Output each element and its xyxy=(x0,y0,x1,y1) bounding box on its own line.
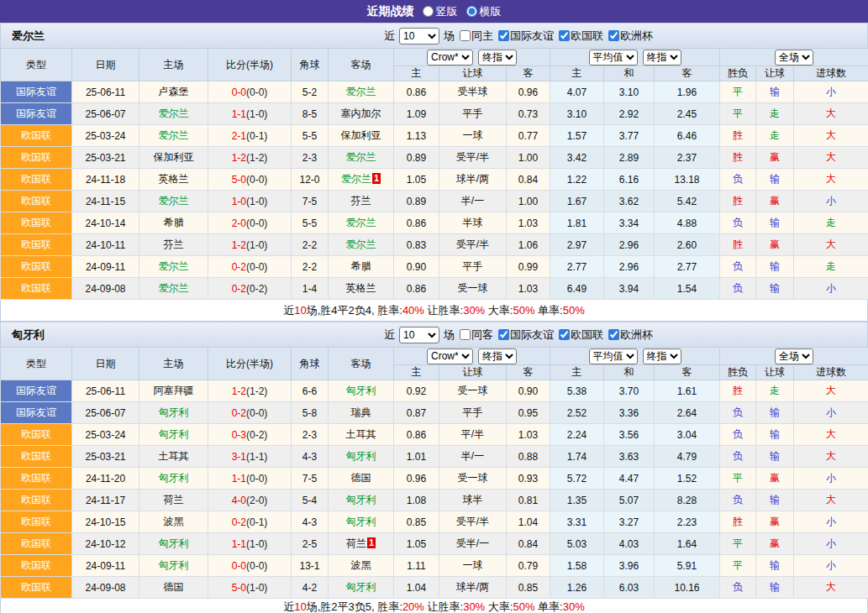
avg-home-odds: 1.22 xyxy=(550,169,604,191)
away-team: 德国 xyxy=(329,468,394,490)
match-score: 1-1(0-0) xyxy=(208,468,292,490)
fulltime-score: 0-3 xyxy=(232,429,246,441)
avg-home-odds: 4.07 xyxy=(550,81,604,103)
match-row: 欧国联 25-03-21 土耳其 3-1(1-1) 4-3 匈牙利 1.01 半… xyxy=(1,446,868,468)
match-date: 25-06-11 xyxy=(72,81,139,103)
bookmaker-select[interactable]: Crow* xyxy=(427,50,473,65)
corner-count: 5-5 xyxy=(292,212,329,234)
odds-stage-select[interactable]: 终指 xyxy=(478,50,517,65)
handicap-line: 球半 xyxy=(439,490,507,511)
match-row: 欧国联 24-09-08 德国 5-0(1-0) 4-2 匈牙利 1.04 球半… xyxy=(1,577,868,599)
euro-checkbox[interactable] xyxy=(608,329,619,340)
match-date: 24-09-08 xyxy=(72,577,139,599)
avg-draw-odds: 5.07 xyxy=(604,490,655,511)
match-date: 24-11-17 xyxy=(72,490,139,511)
nations-league-option[interactable]: 欧国联 xyxy=(559,327,603,343)
away-team-name: 希腊 xyxy=(351,260,371,272)
halftime-score: (0-0) xyxy=(246,86,267,98)
same-venue-checkbox[interactable] xyxy=(460,30,471,41)
halftime-score: (1-2) xyxy=(246,385,267,397)
handicap-home-odds: 1.05 xyxy=(394,533,439,555)
result-handicap: 输 xyxy=(756,555,794,577)
home-team: 波黑 xyxy=(139,511,208,533)
euro-checkbox[interactable] xyxy=(608,30,619,41)
friendly-checkbox[interactable] xyxy=(498,329,509,340)
same-venue-option[interactable]: 同主 xyxy=(460,29,493,44)
result-goals: 小 xyxy=(794,511,868,533)
match-type-badge: 欧国联 xyxy=(1,490,72,511)
avg-home-odds: 1.81 xyxy=(550,212,604,234)
nations-league-checkbox[interactable] xyxy=(559,329,570,340)
match-date: 25-03-21 xyxy=(72,446,139,468)
avg-stage-select[interactable]: 终指 xyxy=(643,50,681,65)
match-row: 欧国联 24-09-11 匈牙利 0-0(0-0) 13-1 波黑 1.11 一… xyxy=(1,555,868,577)
friendly-option[interactable]: 国际友谊 xyxy=(498,327,554,343)
nations-league-checkbox[interactable] xyxy=(559,30,570,41)
match-row: 欧国联 24-11-18 英格兰 5-0(0-0) 12-0 爱尔兰1 1.05… xyxy=(1,169,868,191)
avg-away-odds: 1.64 xyxy=(655,533,720,555)
team-name: 爱尔兰 xyxy=(12,29,45,44)
filter-strip: 爱尔兰 近 10 场 同主 国际友谊 欧国联 欧洲杯 xyxy=(0,23,868,48)
fulltime-select[interactable]: 全场 xyxy=(775,348,813,364)
corner-count: 5-4 xyxy=(292,490,329,511)
vertical-layout-option[interactable]: 竖版 xyxy=(423,4,458,19)
away-team: 匈牙利 xyxy=(329,446,394,468)
match-row: 欧国联 24-09-11 爱尔兰 0-2(0-0) 2-2 希腊 0.90 平手… xyxy=(1,256,868,278)
same-venue-checkbox[interactable] xyxy=(460,329,471,340)
match-score: 1-0(1-0) xyxy=(208,191,292,212)
result-winlose: 胜 xyxy=(720,191,756,212)
team-section-ireland: 爱尔兰 近 10 场 同主 国际友谊 欧国联 欧洲杯 类型 日期 xyxy=(0,23,868,322)
fulltime-select[interactable]: 全场 xyxy=(775,50,813,65)
horizontal-layout-radio[interactable] xyxy=(466,6,477,17)
match-score: 0-0(0-0) xyxy=(208,555,292,577)
friendly-checkbox[interactable] xyxy=(498,30,509,41)
horizontal-layout-label: 横版 xyxy=(480,4,502,19)
avg-home-odds: 2.97 xyxy=(550,234,604,256)
away-team: 荷兰1 xyxy=(329,533,394,555)
result-handicap: 输 xyxy=(756,212,794,234)
away-team-name: 匈牙利 xyxy=(346,516,376,527)
result-winlose: 平 xyxy=(720,533,756,555)
vertical-layout-radio[interactable] xyxy=(423,6,434,17)
bookmaker-select[interactable]: Crow* xyxy=(427,348,473,364)
euro-option[interactable]: 欧洲杯 xyxy=(608,327,653,343)
summary-text: 大率: xyxy=(485,304,513,317)
col-handicap-line: 让球 xyxy=(439,365,507,380)
friendly-option[interactable]: 国际友谊 xyxy=(498,29,554,44)
away-team-name: 塞内加尔 xyxy=(341,107,381,119)
average-select[interactable]: 平均值 xyxy=(589,348,638,364)
corner-count: 2-2 xyxy=(292,256,329,278)
away-team-name: 爱尔兰 xyxy=(346,86,376,97)
away-team: 塞内加尔 xyxy=(329,103,394,125)
average-group-header: 平均值终指 xyxy=(550,348,720,365)
euro-option[interactable]: 欧洲杯 xyxy=(608,29,653,44)
handicap-home-odds: 0.85 xyxy=(394,511,439,533)
result-handicap: 走 xyxy=(756,103,794,125)
horizontal-layout-option[interactable]: 横版 xyxy=(466,4,502,19)
result-handicap: 输 xyxy=(756,424,794,446)
same-venue-option[interactable]: 同客 xyxy=(460,327,493,343)
average-select[interactable]: 平均值 xyxy=(589,50,638,65)
match-row: 欧国联 24-11-20 匈牙利 1-1(0-0) 7-5 德国 0.96 受一… xyxy=(1,468,868,490)
result-goals: 走 xyxy=(794,212,868,234)
handicap-away-odds: 0.79 xyxy=(507,555,550,577)
avg-draw-odds: 3.34 xyxy=(604,212,655,234)
summary-text: 近 xyxy=(283,304,294,317)
nations-league-option[interactable]: 欧国联 xyxy=(559,29,603,44)
result-handicap: 输 xyxy=(756,577,794,599)
result-winlose: 胜 xyxy=(720,511,756,533)
handicap-line: 受一球 xyxy=(439,380,507,402)
handicap-home-odds: 1.01 xyxy=(394,446,439,468)
result-goals: 小 xyxy=(794,278,868,300)
match-date: 24-11-15 xyxy=(72,191,139,212)
summary-text: 10 xyxy=(294,304,306,317)
euro-label: 欧洲杯 xyxy=(620,327,653,343)
match-count-select[interactable]: 10 xyxy=(399,28,439,45)
match-type-badge: 欧国联 xyxy=(1,169,72,191)
odds-stage-select[interactable]: 终指 xyxy=(478,348,517,364)
col-avg-home: 主 xyxy=(550,66,604,81)
col-goals: 进球数 xyxy=(794,66,868,81)
match-count-select[interactable]: 10 xyxy=(399,327,439,343)
avg-stage-select[interactable]: 终指 xyxy=(643,348,681,364)
home-team: 爱尔兰 xyxy=(139,256,208,278)
